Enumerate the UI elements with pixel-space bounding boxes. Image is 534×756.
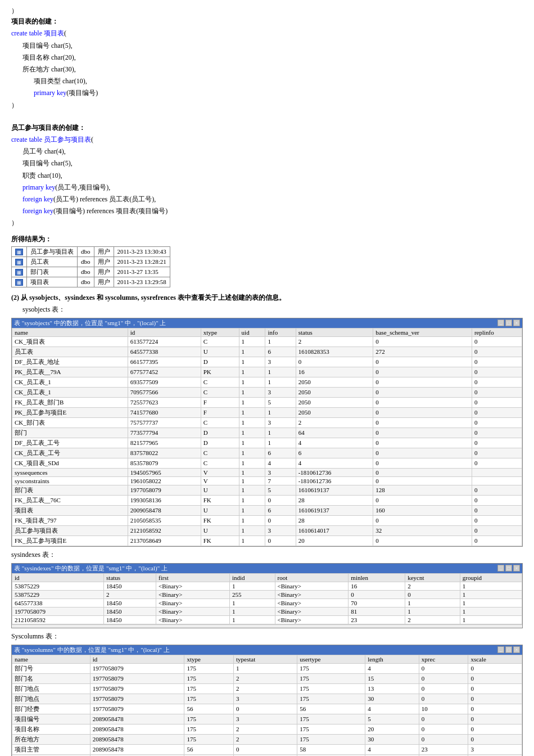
minimize-btn[interactable]: _ — [497, 320, 504, 326]
close-btn[interactable]: × — [513, 320, 520, 326]
sysindexes-table: id status first indid root minlen keycnt… — [12, 573, 522, 624]
maximize-btn2[interactable]: □ — [505, 565, 512, 572]
minimize-btn3[interactable]: _ — [497, 646, 504, 653]
table-row: syssequences1945057965V13-18106127360 — [12, 468, 522, 476]
table-row: 64557733818450<Binary>1<Binary>7011 — [12, 598, 522, 607]
fk-keyword2: foreign key — [22, 207, 53, 215]
table-row: CK_部门表757577737C13200 — [12, 417, 522, 428]
emp-proj-heading: 员工参与项目表的创建： — [11, 123, 523, 133]
table-row: 所在地方208905847817521753000 — [12, 734, 522, 744]
field-pk-emp-proj: primary key(员工号,项目编号), — [22, 182, 523, 193]
maximize-btn[interactable]: □ — [505, 320, 512, 326]
close-btn2[interactable]: × — [513, 565, 520, 572]
table-row: ▦ 部门表 dbo 用户 2011-3-27 13:35 — [12, 267, 170, 277]
minimize-btn2[interactable]: _ — [497, 565, 504, 572]
table-row: 员工表645577338U1616108283532720 — [12, 346, 522, 357]
table-row: 197705807918450<Binary>1<Binary>8111 — [12, 607, 522, 615]
col-info: info — [265, 328, 296, 336]
col-groupid: groupid — [460, 573, 522, 582]
table-row: 部门地点197705807917531753000 — [12, 694, 522, 704]
field-pk-xmbh: primary key(项目编号) — [34, 88, 523, 98]
field-zz: 职责 char(10), — [22, 170, 523, 181]
syscolumns-header-row: name id xtype typestat usertype length x… — [12, 655, 522, 663]
table-row: CK_项目表613577224C11200 — [12, 336, 522, 346]
table-icon: ▦ — [15, 279, 23, 286]
table-row: FK_员工表_部门B725577623F15205000 — [12, 397, 522, 407]
paren-close-emp: ） — [11, 218, 523, 228]
table-row: 538752292<Binary>255<Binary>001 — [12, 590, 522, 598]
field-szdq: 所在地方 char(30), — [22, 64, 523, 75]
syscolumns-label: Syscolumns 表： — [11, 632, 523, 641]
section2: (2) 从 sysobjects、sysindexes 和 syscolumns… — [11, 293, 523, 756]
table-icon: ▦ — [15, 259, 23, 266]
table-row: DF_员工表_地址661577395D13000 — [12, 357, 522, 367]
col-xtype: xtype — [201, 328, 239, 336]
col-usertype: usertype — [297, 655, 365, 663]
sysindexes-title: 表 "sysindexes" 中的数据，位置是 "smg1" 中，"(local… — [14, 564, 168, 573]
col-id: id — [128, 328, 201, 336]
table-row: 部门经费1977058079560564100 — [12, 704, 522, 714]
scrollbar-area — [12, 624, 522, 628]
create-table-keyword: create table — [11, 29, 44, 37]
results-table: ▦ 员工参与项目表 dbo 用户 2011-3-23 13:30:43 ▦ 员工… — [11, 246, 170, 287]
field-xmmc: 项目名称 char(20), — [22, 52, 523, 63]
table-name: 部门表 — [27, 267, 78, 277]
icon-cell: ▦ — [12, 277, 27, 287]
sysindexes-label: sysindexes 表： — [11, 550, 523, 560]
table-row: CK_员工表_工号837578022C16600 — [12, 448, 522, 458]
table-row: 5387522918450<Binary>1<Binary>1621 — [12, 582, 522, 590]
sysindexes-titlebar: 表 "sysindexes" 中的数据，位置是 "smg1" 中，"(local… — [12, 564, 522, 573]
col-keycnt: keycnt — [405, 573, 460, 582]
col-minlen: minlen — [349, 573, 405, 582]
field-xmbh2: 项目编号 char(5), — [22, 158, 523, 169]
item-table-name: 项目表 — [44, 29, 64, 37]
window-controls: _ □ × — [497, 320, 520, 326]
icon-cell: ▦ — [12, 246, 27, 256]
sysobjects-title: 表 "sysobjects" 中的数据，位置是 "smg1" 中，"(local… — [14, 319, 166, 327]
sysobjects-titlebar: 表 "sysobjects" 中的数据，位置是 "smg1" 中，"(local… — [12, 318, 522, 328]
table-row: PK_员工表__79A677577452PK111600 — [12, 367, 522, 377]
sysindexes-window: 表 "sysindexes" 中的数据，位置是 "smg1" 中，"(local… — [11, 563, 523, 628]
col-id: id — [90, 655, 184, 663]
syscolumns-table: name id xtype typestat usertype length x… — [12, 655, 522, 756]
results-section: 所得结果为： ▦ 员工参与项目表 dbo 用户 2011-3-23 13:30:… — [11, 235, 523, 287]
table-row: 部门地点197705807917521751300 — [12, 683, 522, 694]
table-row: 项目编号20890584781753175500 — [12, 714, 522, 724]
col-id: id — [12, 573, 104, 582]
create-table-keyword2: create table — [11, 136, 44, 143]
emp-proj-create: create table 员工参与项目表( — [11, 134, 523, 145]
icon-cell: ▦ — [12, 267, 27, 277]
table-row: 项目主管2089058478560584233 — [12, 744, 522, 754]
table-row: 员工参与项目表2121058592U131610614017320 — [12, 525, 522, 536]
table-row: FK_项目表_7972105058535FK102800 — [12, 515, 522, 525]
col-first: first — [156, 573, 230, 582]
pk-keyword: primary key — [34, 89, 66, 97]
table-type: 用户 — [94, 267, 114, 277]
table-owner: dbo — [78, 246, 94, 256]
close-btn3[interactable]: × — [513, 646, 520, 653]
col-replinfo: replinfo — [472, 328, 522, 336]
table-row: ▦ 员工参与项目表 dbo 用户 2011-3-23 13:30:43 — [12, 246, 170, 256]
syscolumns-window: 表 "syscolumns" 中的数据，位置是 "smg1" 中，"(local… — [11, 645, 523, 756]
col-xscale: xscale — [468, 655, 522, 663]
table-datetime: 2011-3-27 13:35 — [114, 267, 170, 277]
table-row: 部门名197705807917521751500 — [12, 673, 522, 683]
table-row: 项目名称208905847817521752000 — [12, 724, 522, 734]
table-row: 部门号19770580791751175400 — [12, 663, 522, 673]
maximize-btn3[interactable]: □ — [505, 646, 512, 653]
table-icon: ▦ — [15, 269, 23, 276]
col-root: root — [275, 573, 349, 582]
field-fk-ygh: foreign key(员工号) references 员工表(员工号), — [22, 194, 523, 205]
syscolumns-title: 表 "syscolumns" 中的数据，位置是 "smg1" 中，"(local… — [14, 646, 170, 654]
table-row: DF_员工表_工号821577965D11400 — [12, 438, 522, 448]
sysobjects-table: name id xtype uid info status base_schem… — [12, 328, 522, 546]
table-name: 员工表 — [27, 256, 78, 267]
table-type: 用户 — [94, 277, 114, 287]
intro-section: ） 项目表的创建： create table 项目表( 项目编号 char(5)… — [11, 6, 523, 229]
table-row: FK_员工参与项目E2137058649FK102000 — [12, 536, 522, 546]
sysindexes-table-container: id status first indid root minlen keycnt… — [12, 573, 522, 624]
field-ygh: 员工号 char(4), — [22, 146, 523, 157]
table-row: 项目表2009058478U1616106191371600 — [12, 505, 522, 515]
syscolumns-titlebar: 表 "syscolumns" 中的数据，位置是 "smg1" 中，"(local… — [12, 645, 522, 655]
table-row: 部门表1977058079U1516106191371280 — [12, 485, 522, 495]
